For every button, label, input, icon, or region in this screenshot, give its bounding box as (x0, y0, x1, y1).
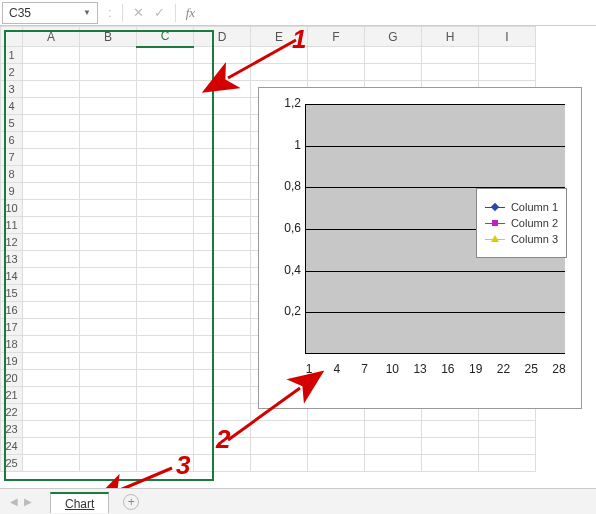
cell[interactable] (194, 234, 251, 251)
formula-input[interactable] (205, 3, 596, 23)
cell[interactable] (251, 421, 308, 438)
cell[interactable] (80, 47, 137, 64)
cell[interactable] (80, 319, 137, 336)
row-header[interactable]: 13 (1, 251, 23, 268)
column-header[interactable]: C (137, 27, 194, 47)
legend-item[interactable]: Column 2 (485, 217, 558, 229)
cell[interactable] (194, 98, 251, 115)
column-header[interactable]: H (422, 27, 479, 47)
row-header[interactable]: 2 (1, 64, 23, 81)
row-header[interactable]: 19 (1, 353, 23, 370)
cell[interactable] (137, 64, 194, 81)
cell[interactable] (137, 404, 194, 421)
cell[interactable] (80, 64, 137, 81)
cell[interactable] (23, 251, 80, 268)
confirm-icon[interactable]: ✓ (154, 5, 165, 20)
cell[interactable] (137, 387, 194, 404)
cell[interactable] (194, 149, 251, 166)
cell[interactable] (137, 251, 194, 268)
cell[interactable] (23, 217, 80, 234)
row-header[interactable]: 4 (1, 98, 23, 115)
cell[interactable] (194, 81, 251, 98)
cell[interactable] (137, 47, 194, 64)
cell[interactable] (80, 421, 137, 438)
fx-icon[interactable]: fx (186, 5, 195, 21)
cell[interactable] (137, 336, 194, 353)
cell[interactable] (137, 234, 194, 251)
cell[interactable] (23, 336, 80, 353)
cell[interactable] (194, 217, 251, 234)
column-header[interactable]: D (194, 27, 251, 47)
select-all-corner[interactable] (1, 27, 23, 47)
cell[interactable] (137, 268, 194, 285)
cell[interactable] (137, 217, 194, 234)
row-header[interactable]: 21 (1, 387, 23, 404)
cell[interactable] (194, 47, 251, 64)
cell[interactable] (194, 183, 251, 200)
cell[interactable] (194, 353, 251, 370)
cell[interactable] (137, 370, 194, 387)
cell[interactable] (80, 370, 137, 387)
cell[interactable] (365, 64, 422, 81)
cell[interactable] (137, 115, 194, 132)
cell[interactable] (194, 319, 251, 336)
cell[interactable] (479, 455, 536, 472)
chevron-down-icon[interactable]: ▼ (83, 8, 91, 17)
row-header[interactable]: 10 (1, 200, 23, 217)
add-sheet-button[interactable]: + (123, 494, 139, 510)
cell[interactable] (23, 47, 80, 64)
row-header[interactable]: 7 (1, 149, 23, 166)
cell[interactable] (23, 387, 80, 404)
cell[interactable] (80, 234, 137, 251)
cancel-icon[interactable]: ✕ (133, 5, 144, 20)
cell[interactable] (80, 98, 137, 115)
cell[interactable] (80, 336, 137, 353)
cell[interactable] (194, 285, 251, 302)
cell[interactable] (80, 438, 137, 455)
cell[interactable] (137, 166, 194, 183)
cell[interactable] (80, 200, 137, 217)
sheet-tab-chart[interactable]: Chart (50, 492, 109, 513)
cell[interactable] (23, 370, 80, 387)
cell[interactable] (23, 285, 80, 302)
cell[interactable] (365, 455, 422, 472)
cell[interactable] (23, 421, 80, 438)
cell[interactable] (80, 302, 137, 319)
cell[interactable] (137, 285, 194, 302)
cell[interactable] (23, 353, 80, 370)
cell[interactable] (80, 166, 137, 183)
cell[interactable] (194, 387, 251, 404)
cell[interactable] (194, 268, 251, 285)
cell[interactable] (365, 421, 422, 438)
column-header[interactable]: B (80, 27, 137, 47)
cell[interactable] (23, 234, 80, 251)
cell[interactable] (422, 455, 479, 472)
row-header[interactable]: 11 (1, 217, 23, 234)
cell[interactable] (80, 132, 137, 149)
cell[interactable] (23, 455, 80, 472)
cell[interactable] (422, 438, 479, 455)
cell[interactable] (137, 183, 194, 200)
cell[interactable] (194, 166, 251, 183)
cell[interactable] (365, 438, 422, 455)
cell[interactable] (80, 217, 137, 234)
cell[interactable] (23, 268, 80, 285)
cell[interactable] (137, 98, 194, 115)
row-header[interactable]: 20 (1, 370, 23, 387)
cell[interactable] (23, 404, 80, 421)
cell[interactable] (23, 115, 80, 132)
row-header[interactable]: 18 (1, 336, 23, 353)
column-header[interactable]: I (479, 27, 536, 47)
cell[interactable] (80, 353, 137, 370)
column-header[interactable]: F (308, 27, 365, 47)
row-header[interactable]: 9 (1, 183, 23, 200)
row-header[interactable]: 6 (1, 132, 23, 149)
cell[interactable] (80, 115, 137, 132)
tab-nav-next-icon[interactable]: ▶ (22, 494, 34, 509)
cell[interactable] (80, 387, 137, 404)
cell[interactable] (137, 319, 194, 336)
cell[interactable] (308, 64, 365, 81)
cell[interactable] (80, 149, 137, 166)
cell[interactable] (422, 421, 479, 438)
cell[interactable] (137, 353, 194, 370)
